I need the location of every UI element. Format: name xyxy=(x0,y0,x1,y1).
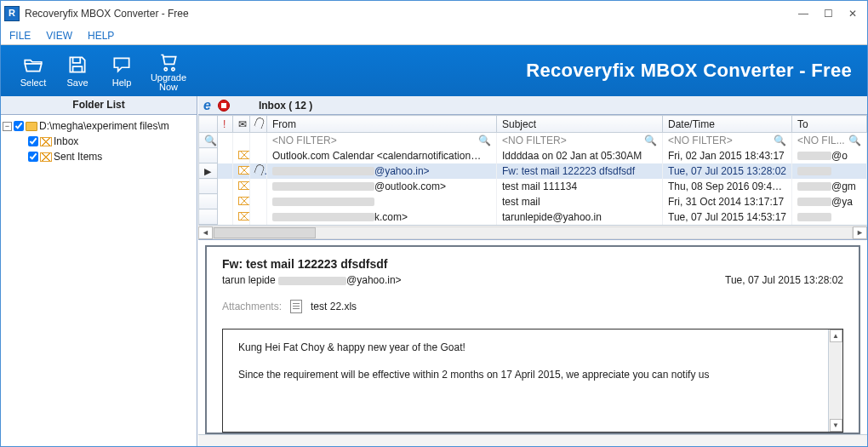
cell-subject: tarunlepide@yahoo.in xyxy=(497,209,663,225)
ie-icon[interactable]: e xyxy=(203,98,211,113)
save-label: Save xyxy=(66,77,88,88)
cell-subject: test mail xyxy=(497,194,663,209)
list-header: e Inbox ( 12 ) xyxy=(198,96,867,115)
table-row[interactable]: Outlook.com Calendar <calendarnotificati… xyxy=(199,148,867,163)
cell-subject: Iddddaa on 02 Jan at 05:30AM xyxy=(497,148,663,163)
scroll-down-button[interactable]: ▼ xyxy=(830,419,842,432)
body-line: Since the requirement will be effective … xyxy=(238,369,827,381)
titlebar: Recoveryfix MBOX Converter - Free — ☐ ✕ xyxy=(1,1,867,26)
to-col[interactable]: To xyxy=(792,116,867,133)
vertical-scrollbar[interactable]: ▲ ▼ xyxy=(828,330,842,432)
folder-tree: − D:\megha\experiment files\m Inbox Sent… xyxy=(1,115,197,168)
upgrade-button[interactable]: Upgrade Now xyxy=(144,49,193,93)
tree-inbox-checkbox[interactable] xyxy=(28,136,38,146)
paperclip-icon xyxy=(254,117,266,129)
tree-sent-checkbox[interactable] xyxy=(28,152,38,162)
from-col[interactable]: From xyxy=(267,116,497,133)
tree-collapse-icon[interactable]: − xyxy=(3,122,12,131)
cart-icon xyxy=(157,49,180,72)
cell-from xyxy=(267,194,497,209)
tree-root[interactable]: − D:\megha\experiment files\m xyxy=(3,118,195,134)
message-grid: ! ✉ From Subject Date/Time To 🔍 xyxy=(198,115,867,240)
cell-subject: Fw: test mail 122223 dfsdfsdf xyxy=(497,163,663,179)
cell-from: @yahoo.in> xyxy=(267,163,497,179)
sidebar: Folder List − D:\megha\experiment files\… xyxy=(1,96,197,446)
content: e Inbox ( 12 ) ! ✉ xyxy=(197,96,867,446)
subject-col[interactable]: Subject xyxy=(497,116,663,133)
search-icon: 🔍 xyxy=(478,135,491,146)
body-line: Kung Hei Fat Choy & happy new year of th… xyxy=(238,341,827,353)
scroll-right-button[interactable]: ► xyxy=(853,226,867,239)
filter-date[interactable]: <NO FILTER>🔍 xyxy=(663,133,792,148)
toolbar: Select Save Help Upgrade Now Recoveryfix… xyxy=(1,45,867,96)
attach-filename[interactable]: test 22.xls xyxy=(311,301,357,312)
tree-root-label: D:\megha\experiment files\m xyxy=(39,120,169,132)
tree-item-inbox[interactable]: Inbox xyxy=(3,134,195,149)
close-button[interactable]: ✕ xyxy=(848,8,857,20)
envelope-icon xyxy=(238,197,250,205)
save-button[interactable]: Save xyxy=(55,49,100,93)
search-icon: 🔍 xyxy=(774,135,786,146)
horizontal-scrollbar[interactable]: ◄ ► xyxy=(198,225,867,239)
cell-from: Outlook.com Calendar <calendarnotificati… xyxy=(267,148,497,163)
preview-from: tarun lepide @yahoo.in> xyxy=(222,274,402,286)
file-icon xyxy=(290,300,302,313)
scroll-track[interactable] xyxy=(213,226,853,239)
preview-date: Tue, 07 Jul 2015 13:28:02 xyxy=(725,274,843,286)
preview-attachments: Attachments: test 22.xls xyxy=(222,300,843,313)
preview-meta: tarun lepide @yahoo.in> Tue, 07 Jul 2015… xyxy=(222,274,843,286)
menu-file[interactable]: FILE xyxy=(9,30,31,42)
table-row[interactable]: @outlook.com>test mail 111134Thu, 08 Sep… xyxy=(199,179,867,194)
preview-body[interactable]: Kung Hei Fat Choy & happy new year of th… xyxy=(222,329,843,433)
cell-date: Fri, 31 Oct 2014 13:17:17 xyxy=(663,194,792,209)
flag-col[interactable]: ! xyxy=(218,116,233,133)
body: Folder List − D:\megha\experiment files\… xyxy=(1,96,867,446)
upgrade-label: Upgrade Now xyxy=(144,73,193,92)
help-button[interactable]: Help xyxy=(100,49,144,93)
date-col[interactable]: Date/Time xyxy=(663,116,792,133)
help-label: Help xyxy=(112,77,132,88)
folder-title: Inbox ( 12 ) xyxy=(259,100,312,112)
scroll-left-button[interactable]: ◄ xyxy=(198,226,213,239)
menu-view[interactable]: VIEW xyxy=(46,30,72,42)
menu-help[interactable]: HELP xyxy=(88,30,114,42)
select-button[interactable]: Select xyxy=(11,49,55,93)
cell-to xyxy=(792,209,867,225)
search-icon: 🔍 xyxy=(644,135,657,146)
table-row[interactable]: test mailFri, 31 Oct 2014 13:17:17@ya xyxy=(199,194,867,209)
filter-from[interactable]: <NO FILTER>🔍 xyxy=(267,133,497,148)
tree-root-checkbox[interactable] xyxy=(14,121,24,131)
stop-icon[interactable] xyxy=(218,100,230,112)
cell-date: Tue, 07 Jul 2015 14:53:17 xyxy=(663,209,792,225)
scroll-thumb[interactable] xyxy=(214,227,316,238)
app-window: Recoveryfix MBOX Converter - Free — ☐ ✕ … xyxy=(0,0,868,447)
sent-icon xyxy=(40,152,52,162)
table-row[interactable]: k.com>tarunlepide@yahoo.inTue, 07 Jul 20… xyxy=(199,209,867,225)
cell-to: @o xyxy=(792,148,867,163)
cell-to: @ya xyxy=(792,194,867,209)
icon-col[interactable]: ✉ xyxy=(233,116,250,133)
scroll-track[interactable] xyxy=(830,342,842,419)
preview-pane: Fw: test mail 122223 dfsdfsdf tarun lepi… xyxy=(198,240,867,434)
scroll-up-button[interactable]: ▲ xyxy=(830,330,842,342)
filter-to[interactable]: <NO FIL...🔍 xyxy=(792,133,867,148)
tree-item-sent[interactable]: Sent Items xyxy=(3,149,195,164)
cell-date: Fri, 02 Jan 2015 18:43:17 xyxy=(663,148,792,163)
select-label: Select xyxy=(20,77,47,88)
cell-date: Tue, 07 Jul 2015 13:28:02 xyxy=(663,163,792,179)
brand-title: Recoveryfix MBOX Converter - Free xyxy=(526,60,857,82)
rowhead-col[interactable] xyxy=(199,116,218,133)
cell-date: Thu, 08 Sep 2016 09:48:22 xyxy=(663,179,792,194)
table-row[interactable]: ▶@yahoo.in>Fw: test mail 122223 dfsdfsdf… xyxy=(199,163,867,179)
maximize-button[interactable]: ☐ xyxy=(824,8,833,20)
inbox-icon xyxy=(40,137,52,146)
paperclip-icon xyxy=(254,163,266,176)
attach-col[interactable] xyxy=(250,116,267,133)
envelope-icon xyxy=(238,181,250,190)
redacted-text xyxy=(278,277,346,285)
filter-subject[interactable]: <NO FILTER>🔍 xyxy=(497,133,663,148)
filter-row: 🔍 <NO FILTER>🔍 <NO FILTER>🔍 <NO FILTER>🔍… xyxy=(199,133,867,148)
search-icon: 🔍 xyxy=(204,135,217,146)
filter-rowhead[interactable]: 🔍 xyxy=(199,133,218,148)
minimize-button[interactable]: — xyxy=(798,8,808,20)
